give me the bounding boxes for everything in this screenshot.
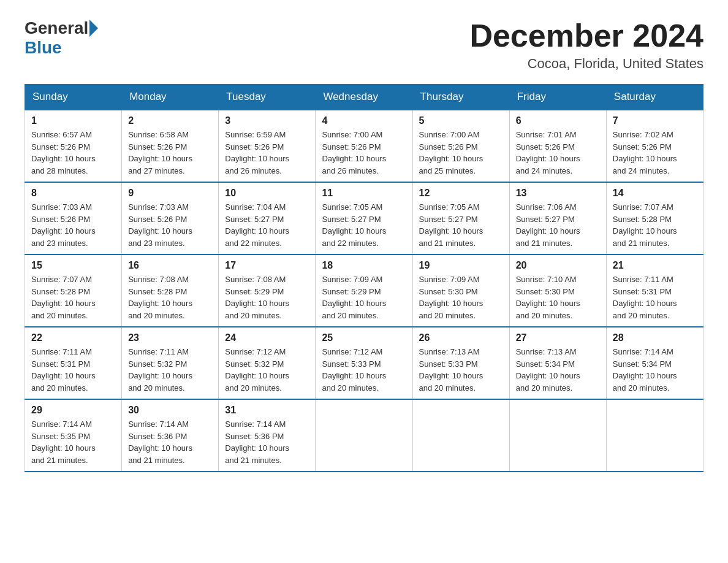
calendar-cell: 27Sunrise: 7:13 AMSunset: 5:34 PMDayligh…	[509, 327, 606, 399]
day-info: Sunrise: 7:03 AMSunset: 5:26 PMDaylight:…	[31, 201, 115, 249]
day-info: Sunrise: 7:01 AMSunset: 5:26 PMDaylight:…	[516, 129, 600, 177]
day-info: Sunrise: 6:58 AMSunset: 5:26 PMDaylight:…	[128, 129, 212, 177]
day-info: Sunrise: 7:12 AMSunset: 5:33 PMDaylight:…	[322, 346, 406, 394]
calendar-week-row: 1Sunrise: 6:57 AMSunset: 5:26 PMDaylight…	[25, 110, 703, 182]
header-tuesday: Tuesday	[219, 85, 316, 110]
day-info: Sunrise: 7:08 AMSunset: 5:29 PMDaylight:…	[225, 274, 309, 321]
calendar-cell: 16Sunrise: 7:08 AMSunset: 5:28 PMDayligh…	[122, 255, 219, 327]
day-info: Sunrise: 7:08 AMSunset: 5:28 PMDaylight:…	[128, 274, 212, 321]
logo-blue-text: Blue	[25, 38, 62, 57]
day-number: 27	[516, 332, 600, 343]
day-info: Sunrise: 7:11 AMSunset: 5:31 PMDaylight:…	[31, 346, 115, 394]
day-number: 6	[516, 115, 600, 126]
calendar-cell: 23Sunrise: 7:11 AMSunset: 5:32 PMDayligh…	[122, 327, 219, 399]
day-info: Sunrise: 7:14 AMSunset: 5:35 PMDaylight:…	[31, 418, 115, 466]
day-number: 11	[322, 188, 406, 199]
day-number: 30	[128, 405, 212, 416]
day-number: 12	[419, 188, 503, 199]
day-number: 15	[31, 260, 115, 271]
day-number: 14	[613, 188, 697, 199]
title-section: December 2024 Cocoa, Florida, United Sta…	[469, 18, 703, 72]
calendar-cell: 15Sunrise: 7:07 AMSunset: 5:28 PMDayligh…	[25, 255, 122, 327]
calendar-cell: 20Sunrise: 7:10 AMSunset: 5:30 PMDayligh…	[509, 255, 606, 327]
calendar-cell: 9Sunrise: 7:03 AMSunset: 5:26 PMDaylight…	[122, 182, 219, 255]
day-info: Sunrise: 7:09 AMSunset: 5:30 PMDaylight:…	[419, 274, 503, 321]
header-saturday: Saturday	[606, 85, 703, 110]
calendar-cell: 19Sunrise: 7:09 AMSunset: 5:30 PMDayligh…	[412, 255, 509, 327]
calendar-week-row: 22Sunrise: 7:11 AMSunset: 5:31 PMDayligh…	[25, 327, 703, 399]
calendar-cell	[412, 399, 509, 472]
day-number: 17	[225, 260, 309, 271]
calendar-cell: 25Sunrise: 7:12 AMSunset: 5:33 PMDayligh…	[316, 327, 412, 399]
header-sunday: Sunday	[25, 85, 122, 110]
day-number: 9	[128, 188, 212, 199]
day-info: Sunrise: 7:14 AMSunset: 5:34 PMDaylight:…	[613, 346, 697, 394]
day-info: Sunrise: 7:11 AMSunset: 5:32 PMDaylight:…	[128, 346, 212, 394]
header-wednesday: Wednesday	[316, 85, 412, 110]
day-info: Sunrise: 7:10 AMSunset: 5:30 PMDaylight:…	[516, 274, 600, 321]
day-info: Sunrise: 7:14 AMSunset: 5:36 PMDaylight:…	[128, 418, 212, 466]
calendar-cell: 28Sunrise: 7:14 AMSunset: 5:34 PMDayligh…	[606, 327, 703, 399]
calendar-cell: 5Sunrise: 7:00 AMSunset: 5:26 PMDaylight…	[412, 110, 509, 182]
day-info: Sunrise: 7:07 AMSunset: 5:28 PMDaylight:…	[31, 274, 115, 321]
calendar-cell	[606, 399, 703, 472]
calendar-cell: 8Sunrise: 7:03 AMSunset: 5:26 PMDaylight…	[25, 182, 122, 255]
month-title: December 2024	[469, 18, 703, 53]
calendar-cell: 6Sunrise: 7:01 AMSunset: 5:26 PMDaylight…	[509, 110, 606, 182]
day-info: Sunrise: 6:59 AMSunset: 5:26 PMDaylight:…	[225, 129, 309, 177]
logo: General Blue	[25, 18, 99, 58]
day-number: 31	[225, 405, 309, 416]
calendar-cell	[316, 399, 412, 472]
day-number: 24	[225, 332, 309, 343]
day-info: Sunrise: 7:02 AMSunset: 5:26 PMDaylight:…	[613, 129, 697, 177]
calendar-cell: 2Sunrise: 6:58 AMSunset: 5:26 PMDaylight…	[122, 110, 219, 182]
calendar-cell: 17Sunrise: 7:08 AMSunset: 5:29 PMDayligh…	[219, 255, 316, 327]
day-info: Sunrise: 7:00 AMSunset: 5:26 PMDaylight:…	[419, 129, 503, 177]
day-info: Sunrise: 7:05 AMSunset: 5:27 PMDaylight:…	[419, 201, 503, 249]
logo-triangle-icon	[89, 20, 98, 37]
calendar-cell: 22Sunrise: 7:11 AMSunset: 5:31 PMDayligh…	[25, 327, 122, 399]
calendar-cell	[509, 399, 606, 472]
calendar-table: Sunday Monday Tuesday Wednesday Thursday…	[25, 84, 703, 472]
day-info: Sunrise: 7:05 AMSunset: 5:27 PMDaylight:…	[322, 201, 406, 249]
day-info: Sunrise: 7:11 AMSunset: 5:31 PMDaylight:…	[613, 274, 697, 321]
calendar-cell: 3Sunrise: 6:59 AMSunset: 5:26 PMDaylight…	[219, 110, 316, 182]
day-info: Sunrise: 7:13 AMSunset: 5:34 PMDaylight:…	[516, 346, 600, 394]
day-info: Sunrise: 7:06 AMSunset: 5:27 PMDaylight:…	[516, 201, 600, 249]
day-number: 1	[31, 115, 115, 126]
day-number: 16	[128, 260, 212, 271]
calendar-cell: 24Sunrise: 7:12 AMSunset: 5:32 PMDayligh…	[219, 327, 316, 399]
day-number: 21	[613, 260, 697, 271]
calendar-cell: 21Sunrise: 7:11 AMSunset: 5:31 PMDayligh…	[606, 255, 703, 327]
day-info: Sunrise: 7:04 AMSunset: 5:27 PMDaylight:…	[225, 201, 309, 249]
day-number: 29	[31, 405, 115, 416]
calendar-cell: 31Sunrise: 7:14 AMSunset: 5:36 PMDayligh…	[219, 399, 316, 472]
day-number: 13	[516, 188, 600, 199]
day-number: 3	[225, 115, 309, 126]
header-monday: Monday	[122, 85, 219, 110]
calendar-cell: 18Sunrise: 7:09 AMSunset: 5:29 PMDayligh…	[316, 255, 412, 327]
logo-general-text: General	[25, 18, 88, 38]
day-number: 19	[419, 260, 503, 271]
calendar-cell: 29Sunrise: 7:14 AMSunset: 5:35 PMDayligh…	[25, 399, 122, 472]
day-number: 4	[322, 115, 406, 126]
calendar-cell: 11Sunrise: 7:05 AMSunset: 5:27 PMDayligh…	[316, 182, 412, 255]
header-thursday: Thursday	[412, 85, 509, 110]
calendar-cell: 30Sunrise: 7:14 AMSunset: 5:36 PMDayligh…	[122, 399, 219, 472]
page-header: General Blue December 2024 Cocoa, Florid…	[25, 18, 703, 72]
day-number: 25	[322, 332, 406, 343]
day-number: 18	[322, 260, 406, 271]
day-info: Sunrise: 7:14 AMSunset: 5:36 PMDaylight:…	[225, 418, 309, 466]
day-info: Sunrise: 7:03 AMSunset: 5:26 PMDaylight:…	[128, 201, 212, 249]
day-number: 22	[31, 332, 115, 343]
calendar-week-row: 8Sunrise: 7:03 AMSunset: 5:26 PMDaylight…	[25, 182, 703, 255]
calendar-cell: 7Sunrise: 7:02 AMSunset: 5:26 PMDaylight…	[606, 110, 703, 182]
calendar-week-row: 15Sunrise: 7:07 AMSunset: 5:28 PMDayligh…	[25, 255, 703, 327]
day-info: Sunrise: 7:09 AMSunset: 5:29 PMDaylight:…	[322, 274, 406, 321]
day-info: Sunrise: 7:13 AMSunset: 5:33 PMDaylight:…	[419, 346, 503, 394]
day-number: 7	[613, 115, 697, 126]
calendar-cell: 26Sunrise: 7:13 AMSunset: 5:33 PMDayligh…	[412, 327, 509, 399]
day-number: 20	[516, 260, 600, 271]
day-number: 26	[419, 332, 503, 343]
weekday-header-row: Sunday Monday Tuesday Wednesday Thursday…	[25, 85, 703, 110]
